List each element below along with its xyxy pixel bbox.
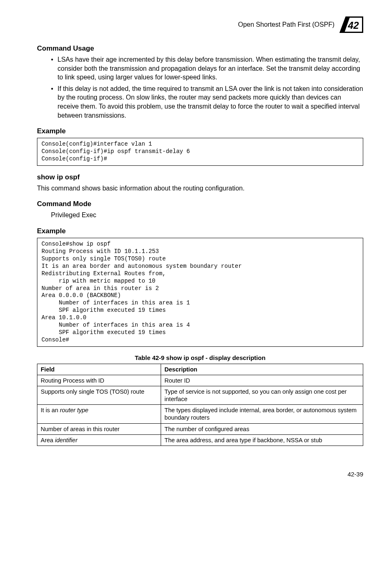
table-cell-field: Routing Process with ID bbox=[37, 375, 161, 386]
table-cell-desc: The area address, and area type if backb… bbox=[161, 434, 363, 446]
table-header-row: Field Description bbox=[37, 364, 363, 375]
table-cell-desc: The types displayed include internal, ar… bbox=[161, 405, 363, 423]
table-cell-desc: Router ID bbox=[161, 375, 363, 386]
table-cell-field: Number of areas in this router bbox=[37, 423, 161, 434]
table-header-description: Description bbox=[161, 364, 363, 375]
command-mode-value: Privileged Exec bbox=[37, 211, 363, 220]
list-item: LSAs have their age incremented by this … bbox=[51, 55, 363, 82]
code-block: Console#show ip ospf Routing Process wit… bbox=[37, 238, 363, 347]
command-name-heading: show ip ospf bbox=[37, 173, 363, 181]
table-row: Area identifier The area address, and ar… bbox=[37, 434, 363, 446]
table-row: Number of areas in this router The numbe… bbox=[37, 423, 363, 434]
table-row: Routing Process with ID Router ID bbox=[37, 375, 363, 386]
table-cell-desc: The number of configured areas bbox=[161, 423, 363, 434]
command-mode-heading: Command Mode bbox=[37, 200, 363, 208]
table-header-field: Field bbox=[37, 364, 161, 375]
breadcrumb: Open Shortest Path First (OSPF) bbox=[238, 21, 334, 28]
chapter-badge-icon: 42 bbox=[339, 16, 363, 33]
table-row: Supports only single TOS (TOS0) route Ty… bbox=[37, 386, 363, 405]
table-row: It is an router type The types displayed… bbox=[37, 405, 363, 423]
svg-text:42: 42 bbox=[348, 20, 359, 31]
display-description-table: Field Description Routing Process with I… bbox=[37, 364, 363, 446]
command-usage-list: LSAs have their age incremented by this … bbox=[37, 55, 363, 120]
code-block: Console(config)#interface vlan 1 Console… bbox=[37, 138, 363, 166]
page-header: Open Shortest Path First (OSPF) 42 bbox=[37, 16, 363, 33]
table-caption: Table 42-9 show ip ospf - display descri… bbox=[37, 354, 363, 361]
example-heading: Example bbox=[37, 127, 363, 135]
table-cell-desc: Type of service is not supported, so you… bbox=[161, 386, 363, 405]
table-cell-field: Area identifier bbox=[37, 434, 161, 446]
page-number: 42-39 bbox=[37, 471, 363, 478]
example-heading: Example bbox=[37, 227, 363, 235]
table-cell-field: It is an router type bbox=[37, 405, 161, 423]
list-item: If this delay is not added, the time req… bbox=[51, 84, 363, 120]
command-usage-heading: Command Usage bbox=[37, 44, 363, 53]
command-description: This command shows basic information abo… bbox=[37, 184, 363, 193]
table-cell-field: Supports only single TOS (TOS0) route bbox=[37, 386, 161, 405]
